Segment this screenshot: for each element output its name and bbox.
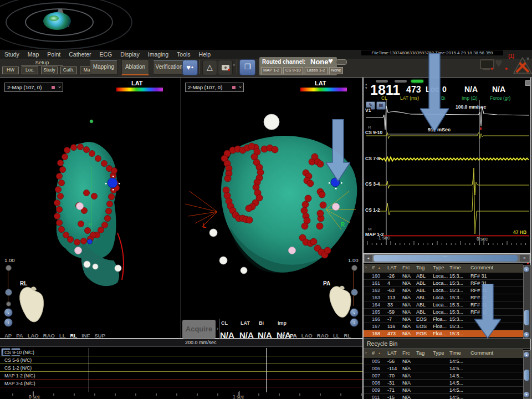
view-button-rao[interactable]: RAO [43, 332, 55, 339]
routed-button-none[interactable]: None [329, 67, 344, 74]
map-point[interactable] [246, 217, 253, 223]
map-point[interactable] [91, 193, 98, 200]
view-button-pa[interactable]: PA [16, 332, 23, 339]
map-point[interactable] [319, 191, 325, 198]
view-button-ap[interactable]: AP [4, 332, 12, 339]
left-pan-button[interactable]: ⌄ [4, 308, 13, 317]
left-reset-button[interactable]: ↓ [4, 318, 13, 327]
menu-item-catheter[interactable]: Catheter [69, 51, 91, 58]
points-scroll-thumb[interactable] [524, 310, 529, 325]
map-point[interactable] [307, 180, 314, 187]
recycle-scroll-down[interactable]: ▾ [524, 392, 529, 397]
map-point[interactable] [305, 195, 311, 202]
menu-item-imaging[interactable]: Imaging [148, 51, 168, 58]
map-point[interactable] [320, 202, 326, 208]
panel-menu-icon[interactable] [525, 80, 531, 86]
map-point[interactable] [310, 238, 317, 245]
map-point[interactable] [101, 161, 108, 167]
setup-button-hw[interactable]: HW [2, 66, 19, 74]
map-point[interactable] [219, 257, 227, 264]
map-point[interactable] [109, 194, 115, 200]
column-header-comment[interactable]: Comment [470, 264, 493, 270]
annotation-tool-icon[interactable]: ▤ [376, 101, 386, 110]
map-point[interactable] [209, 229, 217, 237]
setup-button-cath[interactable]: Cath. [60, 66, 77, 74]
ablation-tent-button[interactable]: △ [202, 60, 217, 75]
map-point[interactable] [75, 247, 82, 254]
map-point[interactable] [54, 213, 60, 219]
table-row[interactable]: 006-114N/A14:5... [364, 365, 523, 372]
snapshot-button[interactable] [218, 60, 233, 75]
column-header-time[interactable]: Time [449, 350, 461, 356]
beat-spinner[interactable]: ▴▾ [365, 82, 367, 90]
bottom-ecg-panel[interactable]: ✎ ▤ CS 9-10 (N/C)CS 5-6 (N/C)CS 1-2 (N/C… [0, 346, 362, 399]
map-point[interactable] [54, 200, 60, 206]
bottom-caliper-line-2[interactable] [266, 348, 267, 392]
menu-item-map[interactable]: Map [28, 51, 39, 58]
heart-status-icon[interactable]: ♥ [495, 57, 502, 69]
acquire-menu-chevron[interactable]: › [217, 326, 218, 331]
map-point[interactable] [248, 143, 255, 150]
map-point[interactable] [89, 151, 95, 157]
map-point[interactable] [84, 147, 90, 153]
map-point[interactable] [60, 167, 66, 173]
map-point[interactable] [289, 247, 296, 254]
mode-button-mapping[interactable]: Mapping [90, 59, 117, 75]
mode-button-ablation[interactable]: Ablation [121, 59, 149, 75]
points-scroll-up[interactable]: ▴ [524, 267, 529, 272]
map-point[interactable] [93, 264, 98, 269]
menu-item-help[interactable]: Help [199, 51, 211, 58]
map-point[interactable] [106, 208, 112, 214]
view-button-ll[interactable]: LL [333, 332, 340, 339]
table-row[interactable]: 160-26N/AABLLoca...15:3...RF# 31 [364, 273, 523, 280]
routed-button-cs-9-10[interactable]: CS 9-10 [283, 67, 303, 74]
map-point[interactable] [74, 239, 80, 245]
column-header-lat[interactable]: LAT [387, 350, 397, 356]
setup-button-loc[interactable]: Loc. [22, 66, 38, 74]
map-point[interactable] [78, 144, 84, 150]
routed-toggle[interactable] [336, 59, 347, 65]
recycle-scroll-up[interactable]: ▴ [524, 352, 529, 357]
expand-gutter[interactable]: › [365, 265, 367, 270]
mode-button-verification[interactable]: Verification [153, 59, 185, 75]
map-point[interactable] [81, 238, 87, 244]
map-point[interactable] [241, 267, 247, 274]
column-header-tag[interactable]: Tag [416, 350, 424, 356]
carto-menu-chevron[interactable]: ˅ [526, 56, 529, 62]
view-button-inf[interactable]: INF [81, 332, 90, 339]
column-header-type[interactable]: Type [433, 350, 444, 356]
middle-map-selector[interactable]: 2-Map (107, 0) ˅ [185, 83, 244, 92]
view-button-sup[interactable]: SUP [94, 332, 105, 339]
scroll-right-button[interactable]: » [520, 255, 529, 262]
middle-zoom-slider[interactable] [354, 266, 354, 306]
map-point[interactable] [84, 261, 90, 268]
map-point[interactable] [107, 201, 113, 207]
scroll-left-button[interactable]: ◂ [365, 255, 372, 262]
column-header-lat[interactable]: LAT [387, 264, 397, 270]
map-point[interactable] [63, 232, 69, 238]
bottom-caliper-line-1[interactable] [89, 348, 89, 392]
acquire-button[interactable]: Acquire [182, 320, 216, 339]
map-point[interactable] [71, 145, 77, 151]
view-button-lao[interactable]: LAO [301, 332, 313, 339]
view-button-ll[interactable]: LL [59, 332, 66, 339]
menu-item-point[interactable]: Point [47, 51, 60, 58]
map-point[interactable] [76, 203, 84, 210]
map-point[interactable] [57, 207, 63, 213]
table-row[interactable]: 009-71N/A14:5... [364, 387, 523, 394]
column-header-[interactable]: # [372, 264, 375, 270]
map-point[interactable] [55, 187, 62, 193]
recycle-scroll-thumb[interactable] [524, 370, 529, 381]
left-zoom-knob-top[interactable] [6, 265, 12, 271]
recycle-v-scrollbar[interactable]: ▴ ▾ [523, 350, 531, 399]
view-button-ap[interactable]: AP [278, 332, 285, 339]
map-point[interactable] [264, 114, 279, 130]
map-point[interactable] [224, 175, 231, 182]
setup-button-study[interactable]: Study [41, 66, 58, 74]
map-point[interactable] [316, 223, 323, 229]
menu-item-ecg[interactable]: ECG [100, 51, 112, 58]
map-point[interactable] [332, 203, 340, 211]
map-point[interactable] [317, 210, 324, 217]
map-point[interactable] [301, 223, 308, 229]
map-point[interactable] [90, 120, 93, 123]
